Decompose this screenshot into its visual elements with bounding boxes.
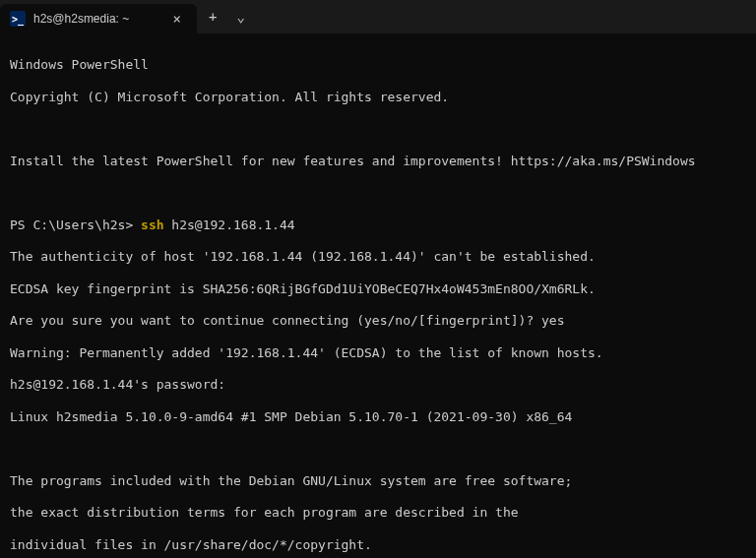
terminal-output[interactable]: Windows PowerShell Copyright (C) Microso… [0, 33, 756, 558]
tab-dropdown-button[interactable]: ⌄ [232, 5, 248, 29]
titlebar-actions: + ⌄ [197, 0, 257, 33]
ssh-warning-line: Warning: Permanently added '192.168.1.44… [10, 345, 746, 361]
ps-header: Windows PowerShell [10, 57, 746, 73]
ssh-command: ssh [141, 217, 163, 232]
titlebar: >_ h2s@h2smedia: ~ × + ⌄ [0, 0, 756, 33]
motd-line: individual files in /usr/share/doc/*/cop… [10, 537, 746, 553]
motd-line: The programs included with the Debian GN… [10, 473, 746, 489]
new-tab-button[interactable]: + [205, 5, 220, 29]
motd-line: the exact distribution terms for each pr… [10, 505, 746, 521]
ssh-auth-line: The authenticity of host '192.168.1.44 (… [10, 249, 746, 265]
tab-title: h2s@h2smedia: ~ [33, 12, 159, 26]
ssh-confirm-line: Are you sure you want to continue connec… [10, 313, 746, 329]
ps-copyright: Copyright (C) Microsoft Corporation. All… [10, 90, 746, 105]
ps-install-msg: Install the latest PowerShell for new fe… [10, 154, 746, 169]
close-tab-button[interactable]: × [167, 9, 187, 29]
linux-kernel-line: Linux h2smedia 5.10.0-9-amd64 #1 SMP Deb… [10, 409, 746, 425]
ssh-fingerprint-line: ECDSA key fingerprint is SHA256:6QRijBGf… [10, 281, 746, 297]
active-tab[interactable]: >_ h2s@h2smedia: ~ × [0, 4, 197, 33]
powershell-icon: >_ [10, 11, 26, 27]
ps-prompt-line: PS C:\Users\h2s> ssh h2s@192.168.1.44 [10, 217, 746, 233]
ssh-password-line: h2s@192.168.1.44's password: [10, 377, 746, 393]
